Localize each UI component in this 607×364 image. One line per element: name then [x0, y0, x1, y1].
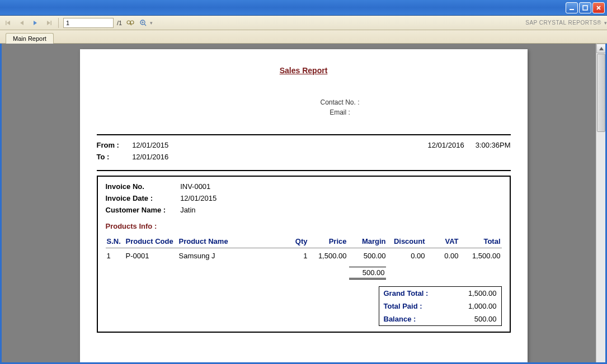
balance-label: Balance : — [384, 315, 416, 323]
cell-vat: 0.00 — [426, 248, 460, 264]
from-value: 12/01/2015 — [132, 141, 168, 149]
zoom-dropdown-icon[interactable]: ▾ — [150, 20, 153, 26]
cell-name: Samsung J — [178, 248, 286, 264]
grand-total-value: 1,500.00 — [468, 289, 497, 297]
table-row: 1 P-0001 Samsung J 1 1,500.00 500.00 0.0… — [106, 248, 502, 264]
find-button[interactable] — [125, 18, 135, 28]
invoice-date: 12/01/2015 — [180, 194, 217, 202]
email-label: Email : — [170, 107, 511, 117]
col-price: Price — [309, 235, 348, 248]
page-number-input[interactable] — [63, 18, 114, 28]
cell-price: 1,500.00 — [309, 248, 348, 264]
close-button[interactable] — [592, 2, 605, 13]
cell-discount: 0.00 — [387, 248, 426, 264]
col-vat: VAT — [426, 235, 460, 248]
divider — [97, 170, 511, 171]
next-page-button[interactable] — [30, 18, 40, 28]
grand-total-label: Grand Total : — [384, 289, 429, 297]
cell-total: 1,500.00 — [460, 248, 502, 264]
total-paid-label: Total Paid : — [384, 302, 422, 310]
vertical-scrollbar[interactable] — [596, 44, 605, 362]
minimize-button[interactable] — [566, 2, 578, 13]
zoom-button[interactable] — [139, 18, 149, 28]
col-margin: Margin — [348, 235, 387, 248]
report-viewer: Sales Report Contact No. : Email : From … — [0, 44, 607, 364]
report-title: Sales Report — [97, 66, 511, 75]
col-total: Total — [460, 235, 502, 248]
svg-marker-7 — [34, 21, 37, 25]
col-discount: Discount — [387, 235, 426, 248]
print-date: 12/01/2016 — [428, 141, 464, 164]
customer-name: Jatin — [180, 206, 195, 214]
report-toolbar: /1 ▾ SAP CRYSTAL REPORTS® ▾ — [0, 16, 607, 30]
products-table: S.N. Product Code Product Name Qty Price… — [106, 235, 502, 283]
to-label: To : — [97, 153, 130, 161]
maximize-button[interactable] — [579, 2, 591, 13]
balance-value: 500.00 — [474, 315, 497, 323]
products-info-label: Products Info : — [106, 222, 502, 230]
prev-page-button[interactable] — [17, 18, 27, 28]
totals-box: Grand Total :1,500.00 Total Paid :1,000.… — [379, 286, 502, 326]
svg-marker-4 — [7, 21, 10, 25]
invoice-no: INV-0001 — [180, 182, 210, 191]
svg-marker-8 — [47, 21, 50, 25]
col-code: Product Code — [125, 235, 178, 248]
cell-margin: 500.00 — [348, 248, 387, 264]
svg-rect-5 — [6, 21, 7, 25]
invoice-no-label: Invoice No. — [106, 182, 178, 191]
col-qty: Qty — [286, 235, 309, 248]
svg-rect-9 — [51, 21, 52, 25]
svg-point-12 — [130, 21, 134, 24]
margin-subtotal: 500.00 — [349, 267, 386, 280]
print-time: 3:00:36PM — [476, 141, 511, 164]
svg-rect-0 — [570, 9, 574, 10]
cell-qty: 1 — [286, 248, 309, 264]
scroll-up-button[interactable] — [596, 44, 606, 53]
from-label: From : — [97, 141, 130, 149]
total-paid-value: 1,000.00 — [468, 302, 497, 310]
table-header-row: S.N. Product Code Product Name Qty Price… — [106, 235, 502, 248]
report-page: Sales Report Contact No. : Email : From … — [80, 49, 528, 362]
first-page-button[interactable] — [3, 18, 13, 28]
contact-block: Contact No. : Email : — [170, 97, 511, 117]
svg-rect-1 — [583, 6, 587, 10]
date-range-row: From : 12/01/2015 To : 12/01/2016 12/01/… — [97, 141, 511, 164]
last-page-button[interactable] — [44, 18, 54, 28]
page-count-label: /1 — [117, 20, 122, 26]
svg-line-14 — [144, 24, 146, 26]
contact-label: Contact No. : — [170, 97, 511, 107]
tab-strip: Main Report — [0, 30, 607, 44]
cell-sn: 1 — [106, 248, 125, 264]
invoice-box: Invoice No. INV-0001 Invoice Date : 12/0… — [97, 176, 511, 333]
brand-label: SAP CRYSTAL REPORTS® — [525, 20, 601, 26]
toolbar-overflow-icon[interactable]: ▾ — [604, 20, 607, 26]
divider — [97, 134, 511, 135]
svg-marker-17 — [599, 47, 604, 50]
cell-code: P-0001 — [125, 248, 178, 264]
to-value: 12/01/2016 — [132, 153, 168, 161]
subtotal-row: 500.00 — [106, 263, 502, 283]
window-titlebar — [0, 0, 607, 16]
col-name: Product Name — [178, 235, 286, 248]
scroll-thumb[interactable] — [597, 54, 605, 132]
svg-marker-6 — [20, 21, 23, 25]
tab-main-report[interactable]: Main Report — [6, 33, 54, 44]
invoice-date-label: Invoice Date : — [106, 194, 178, 202]
col-sn: S.N. — [106, 235, 125, 248]
separator — [58, 18, 59, 28]
customer-name-label: Customer Name : — [106, 206, 178, 214]
